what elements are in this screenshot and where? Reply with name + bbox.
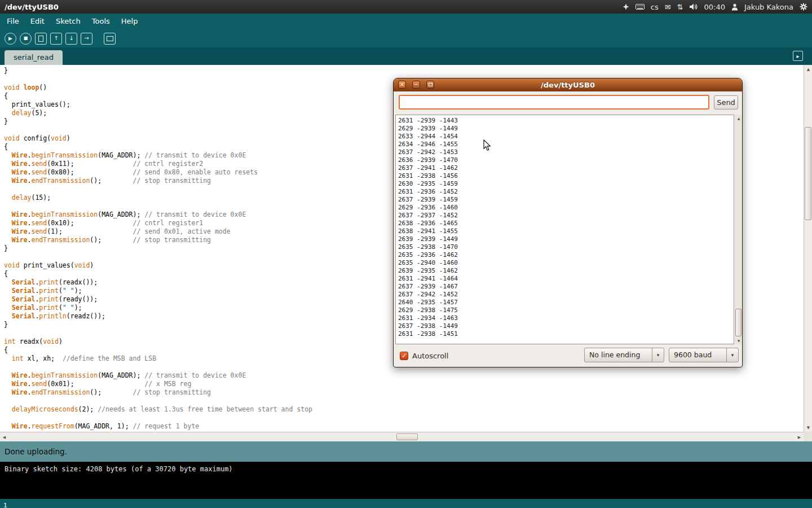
indicator-applet-icon[interactable]	[623, 3, 629, 10]
serial-output-text: 2631 -2939 -1443 2629 -2939 -1449 2633 -…	[398, 117, 731, 338]
stop-icon: ■	[24, 36, 28, 41]
toolbar: ▶■↑↓→	[0, 29, 812, 47]
serial-monitor-icon	[107, 36, 113, 41]
autoscroll-checkbox[interactable]: ✓	[400, 352, 408, 360]
code-line: delayMicroseconds(2); //needs at least 1…	[4, 405, 804, 414]
menu-file[interactable]: File	[1, 14, 25, 29]
check-icon: ✓	[401, 352, 407, 360]
dropdown-arrow-icon: ▾	[652, 348, 664, 362]
keyboard-layout-icon[interactable]	[636, 4, 645, 10]
mouse-cursor	[483, 139, 491, 154]
status-bar: Done uploading.	[0, 441, 812, 462]
dropdown-arrow-icon: ▾	[726, 348, 738, 362]
code-line: Wire.send(0x01); // x MSB reg	[4, 380, 804, 388]
serial-monitor-body: Send 2631 -2939 -1443 2629 -2939 -1449 2…	[394, 91, 742, 367]
baud-rate-select[interactable]: 9600 baud ▾	[669, 348, 739, 362]
serial-monitor-button[interactable]	[104, 33, 116, 45]
status-message: Done uploading.	[5, 447, 67, 456]
tab-serial-read[interactable]: serial_read	[5, 50, 63, 65]
menu-tools[interactable]: Tools	[86, 14, 116, 29]
editor-vscrollbar[interactable]: ▲ ▼	[804, 65, 812, 432]
autoscroll-label: Autoscroll	[412, 352, 448, 360]
scroll-left-arrow[interactable]: ◀	[0, 433, 8, 441]
open-button[interactable]: ↑	[50, 33, 62, 45]
scrollbar-corner	[804, 432, 812, 441]
network-icon[interactable]: ⇅	[677, 3, 683, 11]
volume-icon[interactable]	[689, 3, 698, 10]
serial-scrollbar-thumb[interactable]	[735, 309, 742, 336]
desktop: /dev/ttyUSB0 cs ✉ ⇅	[0, 0, 812, 508]
menu-sketch[interactable]: Sketch	[50, 14, 86, 29]
console: Binary sketch size: 4208 bytes (of a 307…	[0, 462, 812, 499]
window-maximize-button[interactable]	[426, 81, 434, 89]
window-close-button[interactable]: ×	[398, 81, 406, 89]
code-line: }	[4, 67, 804, 75]
tab-menu-icon: ▸	[796, 53, 799, 59]
hscrollbar-thumb[interactable]	[396, 433, 418, 440]
window-minimize-button[interactable]: −	[412, 81, 420, 89]
code-line: Wire.requestFrom(MAG_ADDR, 1); // reques…	[4, 422, 804, 431]
user-menu[interactable]: Jakub Kakona	[744, 3, 793, 11]
tab-label: serial_read	[14, 53, 54, 62]
save-button[interactable]: ↓	[65, 33, 77, 45]
serial-monitor-titlebar[interactable]: × − /dev/ttyUSB0	[394, 78, 742, 91]
maximize-icon	[429, 83, 433, 86]
serial-monitor-window: × − /dev/ttyUSB0 Send 2631 -2939 -1443 2…	[393, 78, 743, 367]
menubar: FileEditSketchToolsHelp	[0, 14, 812, 29]
editor-hscrollbar[interactable]: ◀ ▶	[0, 432, 804, 441]
send-button[interactable]: Send	[714, 95, 738, 110]
line-ending-select[interactable]: No line ending ▾	[584, 348, 664, 362]
upload-icon: →	[84, 36, 89, 41]
new-file-icon	[38, 36, 43, 42]
new-sketch-button[interactable]	[35, 33, 47, 45]
scroll-up-arrow[interactable]: ▲	[804, 65, 812, 73]
line-number: 1	[3, 501, 7, 508]
open-icon: ↑	[54, 36, 58, 41]
scroll-right-arrow[interactable]: ▶	[795, 433, 804, 441]
vscrollbar-thumb[interactable]	[805, 127, 811, 220]
upload-button[interactable]: →	[81, 33, 92, 45]
tab-menu-button[interactable]: ▸	[793, 51, 803, 61]
top-panel: /dev/ttyUSB0 cs ✉ ⇅	[0, 0, 812, 14]
active-window-title: /dev/ttyUSB0	[5, 3, 59, 11]
serial-scrollbar[interactable]: ▲ ▼	[735, 115, 743, 344]
code-line	[4, 414, 804, 422]
code-line: Wire.endTransmission(); // stop transmit…	[4, 388, 804, 397]
baud-rate-value: 9600 baud	[669, 348, 726, 362]
serial-send-input[interactable]	[399, 95, 709, 110]
scroll-up-arrow[interactable]: ▲	[735, 115, 743, 122]
tabbar: serial_read ▸	[0, 47, 812, 65]
line-number-strip: 1	[0, 499, 812, 508]
code-line	[4, 397, 804, 405]
scroll-down-arrow[interactable]: ▼	[804, 423, 812, 432]
keyboard-layout-label[interactable]: cs	[651, 3, 659, 11]
user-icon	[731, 3, 738, 11]
system-tray: cs ✉ ⇅ 00:40 Jakub Kakona	[623, 3, 812, 11]
code-line: Wire.beginTransmission(MAG_ADDR); // tra…	[4, 371, 804, 380]
mail-icon[interactable]: ✉	[665, 3, 671, 11]
line-ending-value: No line ending	[585, 348, 652, 362]
save-icon: ↓	[69, 36, 73, 41]
verify-button[interactable]: ▶	[5, 33, 16, 45]
console-output: Binary sketch size: 4208 bytes (of a 307…	[5, 465, 807, 474]
session-gear-icon[interactable]	[800, 3, 807, 11]
serial-monitor-title: /dev/ttyUSB0	[394, 78, 742, 91]
menu-edit[interactable]: Edit	[25, 14, 50, 29]
menu-help[interactable]: Help	[116, 14, 144, 29]
stop-button[interactable]: ■	[20, 33, 32, 45]
toolbar-buttons: ▶■↑↓→	[0, 29, 812, 47]
scroll-down-arrow[interactable]: ▼	[735, 337, 743, 344]
clock[interactable]: 00:40	[704, 3, 725, 11]
serial-output[interactable]: 2631 -2939 -1443 2629 -2939 -1449 2633 -…	[395, 115, 734, 344]
play-icon: ▶	[8, 36, 12, 41]
